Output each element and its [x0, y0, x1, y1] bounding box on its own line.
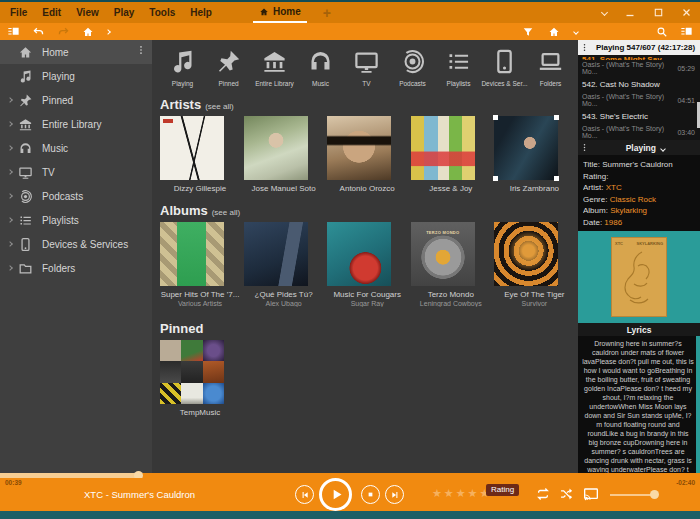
shortcut-pinned[interactable]: Pinned	[206, 48, 251, 87]
album-art-skylarking[interactable]: XTCSKYLARKING	[578, 231, 700, 323]
expand-chevron-icon[interactable]	[8, 122, 18, 126]
volume-slider[interactable]	[610, 494, 654, 496]
queue-row[interactable]: Oasis - (What's The Story) Mo...05:29	[578, 60, 700, 76]
menu-tools[interactable]: Tools	[149, 7, 175, 18]
queue-row[interactable]: Oasis - (What's The Story) Mo...04:51	[578, 92, 700, 108]
expand-chevron-icon[interactable]	[8, 266, 18, 270]
album-card[interactable]: ¿Qué Pides Tú?Alex Ubago	[244, 222, 328, 307]
volume-handle[interactable]	[650, 490, 659, 499]
search-icon[interactable]	[656, 26, 668, 38]
expand-chevron-icon[interactable]	[8, 170, 18, 174]
filter-icon[interactable]	[522, 26, 534, 38]
rating-stars[interactable]: ★★★★★	[432, 487, 491, 500]
more-options-icon[interactable]	[136, 45, 146, 55]
sidebar-item-home[interactable]: Home	[0, 40, 152, 64]
shortcut-playing[interactable]: Playing	[160, 48, 205, 87]
shuffle-icon[interactable]	[559, 487, 573, 501]
expand-chevron-icon[interactable]	[8, 146, 18, 150]
album-card[interactable]: Super Hits Of The '7...Various Artists	[160, 222, 244, 307]
artist-photo-jesse-and-joy[interactable]	[411, 116, 475, 180]
close-icon[interactable]	[681, 7, 692, 18]
pinned-collage-tempmusic[interactable]	[160, 340, 224, 404]
shortcut-music[interactable]: Music	[298, 48, 343, 87]
sidebar-item-devices-services[interactable]: Devices & Services	[0, 232, 152, 256]
queue-row[interactable]: 542. Cast No Shadow	[578, 76, 700, 92]
menu-file[interactable]: File	[10, 7, 27, 18]
sidebar-item-podcasts[interactable]: Podcasts	[0, 184, 152, 208]
expand-chevron-icon[interactable]	[8, 242, 18, 246]
menu-play[interactable]: Play	[114, 7, 135, 18]
repeat-icon[interactable]	[536, 487, 550, 501]
artist-photo-dizzy-gillespie[interactable]	[160, 116, 224, 180]
sidebar-item-playing[interactable]: Playing	[0, 64, 152, 88]
collapse-chevron-icon[interactable]	[660, 146, 666, 152]
new-tab-button[interactable]: +	[323, 8, 331, 18]
album-card[interactable]: Music For CougarsSugar Ray	[327, 222, 411, 307]
lyrics-text[interactable]: Drowning here in summer?s cauldron under…	[578, 336, 700, 473]
album-card[interactable]: TERZO MONDOTerzo MondoLeningrad Cowboys	[411, 222, 495, 307]
sidebar-item-playlists[interactable]: Playlists	[0, 208, 152, 232]
sidebar-item-folders[interactable]: Folders	[0, 256, 152, 280]
expand-chevron-icon[interactable]	[8, 218, 18, 222]
menu-help[interactable]: Help	[190, 7, 212, 18]
lyrics-scrollbar-thumb[interactable]	[696, 336, 700, 473]
sidebar-toggle-icon[interactable]	[7, 25, 20, 38]
forward-redo-icon[interactable]	[57, 25, 70, 38]
queue-header[interactable]: Playing 547/607 (42:17:28)	[578, 40, 700, 55]
play-button[interactable]	[319, 478, 352, 511]
view-dropdown-chevron-icon[interactable]	[573, 29, 579, 35]
pinned-card[interactable]: TempMusic	[160, 340, 247, 417]
artist-card-selected[interactable]: Iris Zambrano	[494, 116, 578, 193]
artist-photo-antonio-orozco[interactable]	[327, 116, 391, 180]
shortcut-podcasts[interactable]: Podcasts	[390, 48, 435, 87]
sidebar-item-pinned[interactable]: Pinned	[0, 88, 152, 112]
current-track-title[interactable]: XTC - Summer's Cauldron	[84, 489, 195, 500]
right-panel-toggle-icon[interactable]	[680, 25, 693, 38]
queue-row[interactable]: 543. She's Electric	[578, 108, 700, 124]
cast-icon[interactable]	[583, 486, 599, 502]
sidebar-item-music[interactable]: Music	[0, 136, 152, 160]
albums-see-all-link[interactable]: (see all)	[212, 208, 240, 217]
previous-button[interactable]	[295, 485, 314, 504]
stop-button[interactable]	[361, 485, 380, 504]
back-undo-icon[interactable]	[32, 25, 45, 38]
home-nav-icon[interactable]	[82, 26, 94, 38]
minimize-icon[interactable]	[624, 7, 636, 19]
next-button[interactable]	[385, 485, 404, 504]
album-cover-terzo-mondo[interactable]: TERZO MONDO	[411, 222, 475, 286]
artist-card[interactable]: Jesse & Joy	[411, 116, 495, 193]
artist-card[interactable]: Antonio Orozco	[327, 116, 411, 193]
album-cover-super-hits[interactable]	[160, 222, 224, 286]
album-cover-que-pides-tu[interactable]	[244, 222, 308, 286]
tab-home[interactable]: Home	[253, 2, 307, 23]
artist-card[interactable]: Dizzy Gillespie	[160, 116, 244, 193]
shortcut-entire-library[interactable]: Entire Library	[252, 48, 297, 87]
window-collapse-icon[interactable]	[601, 9, 608, 16]
expand-chevron-icon[interactable]	[8, 98, 18, 102]
artist-photo-jose-manuel-soto[interactable]	[244, 116, 308, 180]
shortcut-tv[interactable]: TV	[344, 48, 389, 87]
playing-section-header[interactable]: Playing	[578, 140, 700, 155]
artist-photo-iris-zambrano[interactable]	[494, 116, 558, 180]
expand-chevron-icon[interactable]	[8, 194, 18, 198]
shortcut-folders[interactable]: Folders	[528, 48, 573, 87]
artists-see-all-link[interactable]: (see all)	[205, 102, 233, 111]
info-rating[interactable]: Rating:	[583, 171, 695, 183]
album-cover-music-for-cougars[interactable]	[327, 222, 391, 286]
shortcut-devices-services[interactable]: Devices & Ser...	[482, 48, 527, 87]
lyrics-header[interactable]: Lyrics	[578, 323, 700, 336]
sidebar-item-tv[interactable]: TV	[0, 160, 152, 184]
maximize-icon[interactable]	[653, 7, 664, 18]
menu-view[interactable]: View	[76, 7, 99, 18]
queue-row[interactable]: Oasis - (What's The Story) Mo...03:40	[578, 124, 700, 140]
breadcrumb-chevron-icon[interactable]	[105, 29, 111, 35]
album-card[interactable]: Eye Of The TigerSurvivor	[494, 222, 578, 307]
sidebar-item-entire-library[interactable]: Entire Library	[0, 112, 152, 136]
queue-options-icon[interactable]	[580, 42, 589, 53]
artist-card[interactable]: Jose Manuel Soto	[244, 116, 328, 193]
album-cover-eye-of-the-tiger[interactable]	[494, 222, 558, 286]
menu-edit[interactable]: Edit	[42, 7, 61, 18]
shortcut-playlists[interactable]: Playlists	[436, 48, 481, 87]
playing-options-icon[interactable]	[580, 142, 589, 153]
home-view-icon[interactable]	[548, 26, 560, 38]
